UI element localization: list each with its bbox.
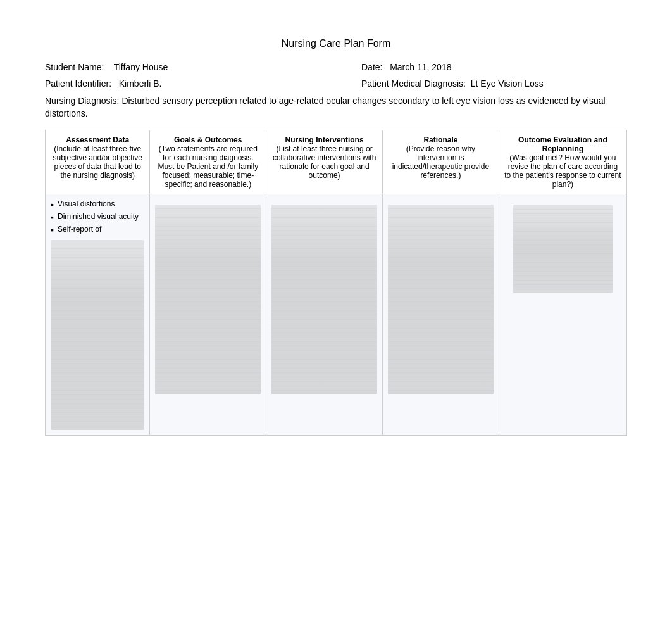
header-outcome-subtitle: (Was goal met? How would you revise the … [504, 153, 621, 189]
assessment-item-2: Diminished visual acuity [58, 212, 139, 221]
header-rationale: Rationale (Provide reason why interventi… [383, 130, 499, 194]
patient-id-section: Patient Identifier: Kimberli B. [45, 79, 311, 89]
header-goals-subtitle: (Two statements are required for each nu… [158, 144, 258, 189]
assessment-item-3: Self-report of [58, 225, 101, 234]
assessment-data-cell: Visual distortions Diminished visual acu… [46, 194, 150, 436]
date-value: March 11, 2018 [390, 62, 451, 72]
goals-blurred-content [155, 205, 261, 394]
interventions-data-cell [266, 194, 383, 436]
student-info-row: Student Name: Tiffany House Date: March … [45, 62, 627, 72]
assessment-item-1: Visual distortions [58, 199, 115, 208]
rationale-blurred-content [388, 205, 494, 394]
header-interventions-title: Nursing Interventions [285, 136, 364, 144]
header-goals-title: Goals & Outcomes [174, 136, 242, 144]
header-assessment: Assessment Data (Include at least three-… [46, 130, 150, 194]
student-name-section: Student Name: Tiffany House [45, 62, 311, 72]
header-rationale-title: Rationale [423, 136, 457, 144]
header-goals: Goals & Outcomes (Two statements are req… [150, 130, 266, 194]
care-plan-table: Assessment Data (Include at least three-… [45, 130, 627, 436]
student-label: Student Name: [45, 62, 104, 72]
outcome-data-cell [499, 194, 626, 436]
header-interventions: Nursing Interventions (List at least thr… [266, 130, 383, 194]
outcome-blurred-content [513, 205, 613, 293]
assessment-blurred-content [51, 240, 144, 430]
page-container: Nursing Care Plan Form Student Name: Tif… [32, 13, 640, 461]
header-rationale-subtitle: (Provide reason why intervention is indi… [392, 144, 489, 180]
list-item: Visual distortions [51, 199, 144, 210]
header-assessment-subtitle: (Include at least three-five subjective … [53, 144, 142, 180]
patient-id-label: Patient Identifier: [45, 79, 111, 89]
list-item: Self-report of [51, 225, 144, 235]
header-assessment-title: Assessment Data [66, 136, 129, 144]
goals-data-cell [150, 194, 266, 436]
page-title: Nursing Care Plan Form [45, 38, 627, 49]
table-row: Visual distortions Diminished visual acu… [46, 194, 627, 436]
interventions-blurred-content [271, 205, 377, 394]
nursing-diagnosis-text: Nursing Diagnosis: Disturbed sensory per… [45, 95, 627, 120]
list-item: Diminished visual acuity [51, 212, 144, 222]
medical-diagnosis-section: Patient Medical Diagnosis: Lt Eye Vision… [311, 79, 627, 89]
medical-diagnosis-label: Patient Medical Diagnosis: [361, 79, 466, 89]
date-label: Date: [361, 62, 382, 72]
table-header-row: Assessment Data (Include at least three-… [46, 130, 627, 194]
student-name: Tiffany House [114, 62, 168, 72]
assessment-bullet-list: Visual distortions Diminished visual acu… [51, 199, 144, 235]
medical-diagnosis-value: Lt Eye Vision Loss [471, 79, 544, 89]
header-outcome: Outcome Evaluation and Replanning (Was g… [499, 130, 626, 194]
header-interventions-subtitle: (List at least three nursing or collabor… [273, 144, 376, 180]
patient-id-value: Kimberli B. [119, 79, 162, 89]
rationale-data-cell [383, 194, 499, 436]
patient-info-row: Patient Identifier: Kimberli B. Patient … [45, 79, 627, 89]
date-section: Date: March 11, 2018 [311, 62, 627, 72]
header-outcome-title: Outcome Evaluation and Replanning [518, 136, 607, 153]
